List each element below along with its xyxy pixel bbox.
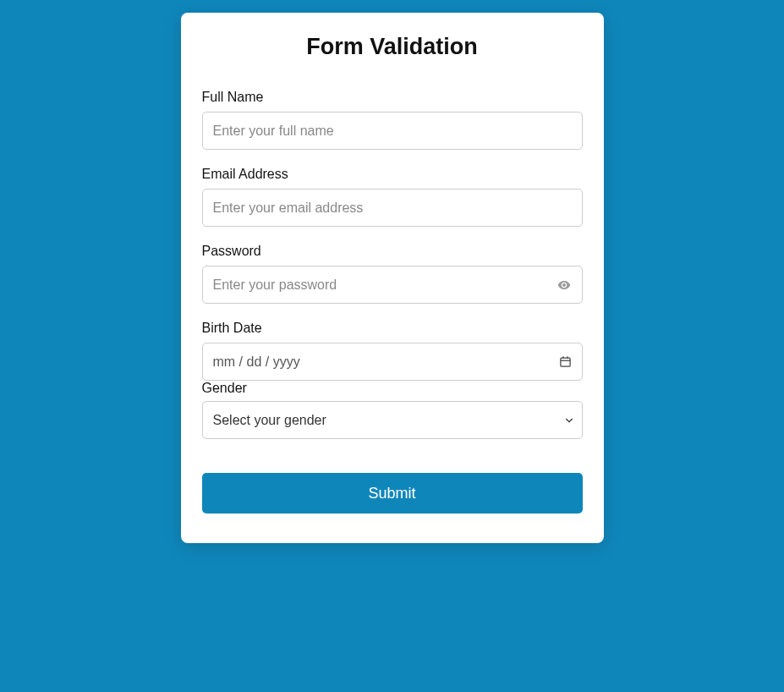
calendar-icon[interactable] — [559, 355, 572, 368]
password-input[interactable] — [202, 266, 583, 304]
birthdate-input[interactable]: mm / dd / yyyy — [202, 343, 583, 381]
gender-label: Gender — [202, 381, 583, 396]
birthdate-group: Birth Date mm / dd / yyyy — [202, 321, 583, 381]
gender-group: Gender Select your gender — [202, 381, 583, 439]
password-group: Password — [202, 244, 583, 304]
password-label: Password — [202, 244, 583, 259]
birthdate-placeholder: mm / dd / yyyy — [213, 354, 300, 370]
eye-icon[interactable] — [557, 278, 571, 292]
submit-button[interactable]: Submit — [202, 473, 583, 514]
form-card: Form Validation Full Name Email Address … — [181, 13, 604, 543]
fullname-input[interactable] — [202, 112, 583, 150]
fullname-group: Full Name — [202, 90, 583, 150]
svg-rect-0 — [560, 358, 569, 366]
form-title: Form Validation — [202, 34, 583, 60]
email-label: Email Address — [202, 167, 583, 182]
email-group: Email Address — [202, 167, 583, 227]
gender-select[interactable]: Select your gender — [202, 401, 583, 439]
birthdate-label: Birth Date — [202, 321, 583, 336]
email-input[interactable] — [202, 189, 583, 227]
fullname-label: Full Name — [202, 90, 583, 105]
password-wrapper — [202, 266, 583, 304]
